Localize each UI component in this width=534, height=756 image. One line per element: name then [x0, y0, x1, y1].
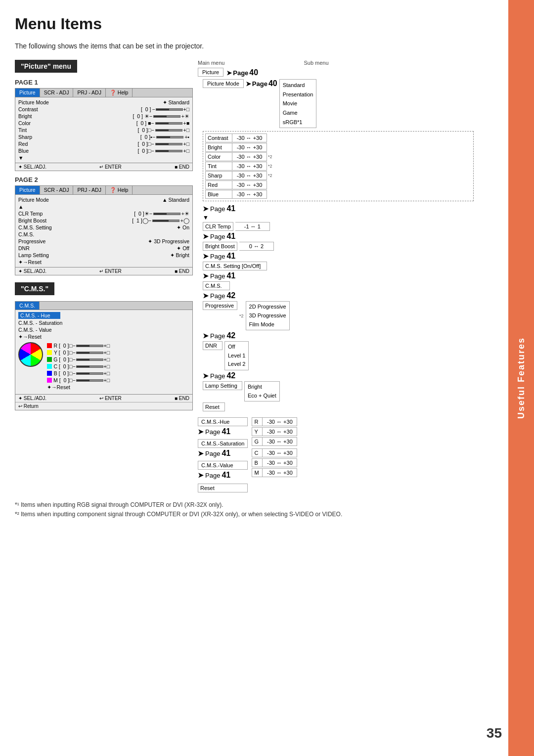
- red-diag-row: Red -30 ↔ +30: [205, 180, 471, 189]
- tab-scradj-p1[interactable]: SCR - ADJ: [40, 89, 74, 97]
- picture-menu-section: "Picture" menu PAGE 1 Picture SCR - ADJ …: [15, 60, 193, 275]
- cms-diag-row: C.M.S.: [203, 281, 474, 290]
- tab-help-p1[interactable]: ❓ Help: [106, 89, 133, 97]
- lamp-options: Bright Eco + Quiet: [244, 381, 280, 401]
- cms-val-node: C.M.S.-Value ➤ Page 41: [198, 461, 248, 481]
- diagram-top-labels: Main menu Sub menu: [198, 60, 474, 66]
- cms-circle: [18, 342, 43, 367]
- reset-diag-row: Reset: [203, 402, 474, 411]
- page41d-ref: ➤ Page 41: [203, 271, 474, 280]
- contrast-row-p1: Contrast [ 0 ] − +□: [18, 106, 189, 113]
- tab-prjadj-p2[interactable]: PRJ - ADJ: [73, 186, 105, 194]
- dnr-options: Off Level 1 Level 2: [224, 341, 249, 370]
- page40-num-2: 40: [268, 79, 277, 88]
- cms-setting-label: C.M.S. Setting [On/Off]: [203, 262, 267, 270]
- page42c-ref: ➤ Page 42: [203, 371, 474, 380]
- page2-menu: Picture SCR - ADJ PRJ - ADJ ❓ Help Pictu…: [15, 185, 193, 275]
- picture-mode-node-row: Picture Mode ➤ Page 40 Standard Presenta…: [203, 79, 474, 128]
- picture-mode-label-p1: Picture Mode: [18, 99, 60, 105]
- dnr-label: DNR: [203, 341, 222, 350]
- cms-c-row: C -30 ↔ +30: [252, 448, 297, 457]
- page41a-num: 41: [226, 204, 235, 213]
- cms-y-row: Y -30 ↔ +30: [252, 427, 297, 436]
- cms-menu-header: C.M.S.: [15, 302, 192, 310]
- cms-menu: C.M.S. C.M.S. - Hue C.M.S. - Saturation …: [15, 301, 193, 410]
- page41c-ref: ➤ Page 41: [203, 252, 474, 261]
- page41b-num: 41: [226, 232, 235, 241]
- cms-channel-ranges: R -30 ↔ +30 Y -30 ↔ +30 G -30 ↔ +30 C -: [252, 417, 297, 479]
- sharp-diag-row: Sharp -30 ↔ +30 *2: [205, 171, 471, 180]
- blue-diag-row: Blue -30 ↔ +30: [205, 190, 471, 199]
- progressive-options: 2D Progressive 3D Progressive Film Mode: [246, 301, 290, 330]
- clrtemp-diag-row: CLR Temp -1 ↔ 1: [203, 222, 474, 231]
- red-row-p1: Red [ 0 ]□− +□: [18, 140, 189, 147]
- brightboost-diag-row: Bright Boost 0 ↔ 2: [203, 242, 474, 251]
- main-menu-label: Main menu: [198, 60, 224, 66]
- cms-left-nodes: C.M.S.-Hue ➤ Page 41 C.M.S.-Saturation ➤…: [198, 417, 248, 492]
- tab-cms[interactable]: C.M.S.: [15, 302, 40, 310]
- picture-mode-value-p1: ✦ Standard: [163, 99, 189, 105]
- page40-first-ref: ➤ Page 40: [226, 68, 258, 77]
- page1-menu: Picture SCR - ADJ PRJ - ADJ ❓ Help Pictu…: [15, 88, 193, 171]
- reset-row-p2: ✦→Reset: [18, 259, 189, 266]
- page41b-ref: ➤ Page 41: [203, 232, 474, 241]
- clrtemp-range: -1 ↔ 1: [235, 222, 270, 231]
- cms-g-row: G -30 ↔ +30: [252, 437, 297, 446]
- cms-row-p2: C.M.S.: [18, 231, 189, 238]
- cms-val-row: C.M.S. - Value: [18, 326, 189, 333]
- dnr-row-p2: DNR ✦ Off: [18, 245, 189, 252]
- side-tab: Useful Features: [508, 0, 534, 756]
- page1-menu-header: Picture SCR - ADJ PRJ - ADJ ❓ Help: [15, 89, 192, 97]
- cms-sat-node: C.M.S.-Saturation ➤ Page 41: [198, 439, 248, 459]
- page2-footer: ✦ SEL./ADJ. ↵ ENTER ■ END: [15, 267, 192, 275]
- blue-row-p1: Blue [ 0 ]□− +□: [18, 147, 189, 154]
- brightboost-range: 0 ↔ 2: [239, 242, 274, 251]
- sharp-row-p1: Sharp [ 0 ]▪− +▪: [18, 133, 189, 140]
- contrast-blue-group: Contrast -30 ↔ +30 Bright -30 ↔ +30 Colo…: [203, 131, 474, 201]
- cms-reset-top: ✦→Reset: [18, 333, 189, 340]
- clrtemp-row-p2: CLR Temp [ 0 ]☀− +☀: [18, 210, 189, 217]
- page41c-num: 41: [226, 252, 235, 261]
- tab-prjadj-p1[interactable]: PRJ - ADJ: [73, 89, 105, 97]
- page42c-num: 42: [226, 371, 235, 380]
- picture-node-row: Picture ➤ Page 40: [198, 68, 474, 77]
- more-up-p2: ▲: [18, 203, 189, 210]
- footnote2: *² Items when inputting component signal…: [15, 510, 474, 519]
- more-indicator-p1: ▼: [18, 154, 189, 161]
- page-number: 35: [487, 725, 502, 741]
- cms-hue-node: C.M.S.-Hue ➤ Page 41: [198, 417, 248, 437]
- tint-diag-row: Tint -30 ↔ +30 *2: [205, 162, 471, 171]
- cms-section-title: "C.M.S.": [15, 282, 54, 295]
- lamp-row-p2: Lamp Setting ✦ Bright: [18, 252, 189, 259]
- cms-channel-list: R [ 0 ] □− +□ Y [ 0 ] □−: [47, 342, 110, 391]
- progressive-label: Progressive: [203, 301, 237, 310]
- tab-picture-p2[interactable]: Picture: [15, 186, 40, 194]
- flow-diagram: Main menu Sub menu Picture ➤ Page 40 Pic…: [198, 60, 474, 492]
- page42b-num: 42: [226, 331, 235, 340]
- picture-mode-row-p2: Picture Mode ▲ Standard: [18, 196, 189, 203]
- cms-setting-row-p2: C.M.S. Setting ✦ On: [18, 224, 189, 231]
- brightboost-row-p2: Bright Boost [ 1 ]◯− +◯: [18, 217, 189, 224]
- triangle-down: ▼: [203, 214, 474, 221]
- page2-menu-header: Picture SCR - ADJ PRJ - ADJ ❓ Help: [15, 186, 192, 195]
- tab-help-p2[interactable]: ❓ Help: [106, 186, 133, 194]
- cms-return-footer: ↩ Return: [15, 402, 192, 410]
- page42b-label: Page: [210, 332, 225, 340]
- page41a-label: Page: [210, 205, 225, 213]
- cms-footer: ✦ SEL./ADJ. ↩ ENTER ■ END: [15, 394, 192, 402]
- page42a-label: Page: [210, 292, 225, 300]
- tab-scradj-p2[interactable]: SCR - ADJ: [40, 186, 74, 194]
- dnr-diag-row: DNR Off Level 1 Level 2: [203, 341, 474, 370]
- page42a-num: 42: [226, 291, 235, 300]
- cms-hue-row: C.M.S. - Hue: [18, 311, 189, 319]
- page1-footer: ✦ SEL./ADJ. ↵ ENTER ■ END: [15, 163, 192, 171]
- tint-row-p1: Tint [ 0 ]□− +□: [18, 127, 189, 133]
- brightboost-label: Bright Boost: [203, 242, 237, 251]
- sub-menu-label: Sub menu: [304, 60, 328, 66]
- side-tab-label: Useful Features: [516, 337, 527, 419]
- tab-picture-p1[interactable]: Picture: [15, 89, 40, 97]
- page41b-label: Page: [210, 233, 225, 240]
- page41a-ref: ➤ Page 41: [203, 204, 474, 213]
- cms-lower-diagram: C.M.S.-Hue ➤ Page 41 C.M.S.-Saturation ➤…: [198, 417, 474, 492]
- cms-sat-row: C.M.S. - Saturation: [18, 319, 189, 326]
